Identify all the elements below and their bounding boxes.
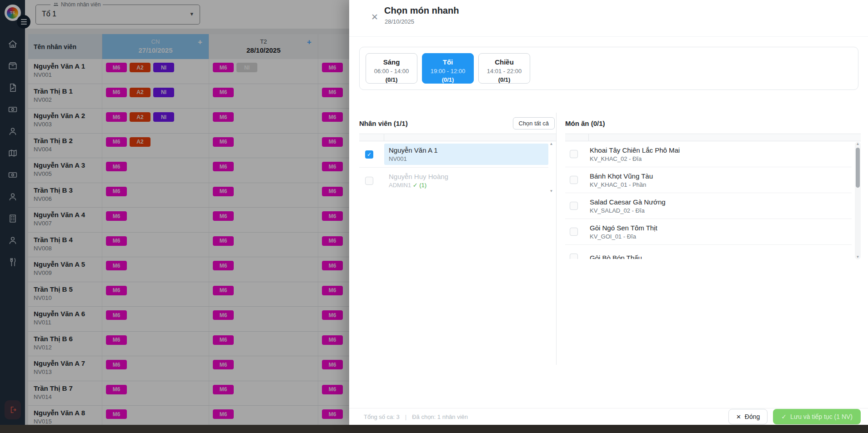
dish-list-item[interactable]: Bánh Khọt Vũng Tàu KV_KHAC_01 - Phần	[565, 167, 852, 193]
scrollbar-thumb[interactable]	[856, 148, 860, 188]
employee-list-item[interactable]: ✓ Nguyễn Văn A 1 NV001	[359, 141, 548, 167]
close-modal-icon[interactable]: ✕	[371, 12, 378, 22]
shift-name: Tối	[422, 58, 473, 66]
shift-time: 19:00 - 12:00	[422, 68, 473, 75]
employees-panel: Nhân viên (1/1) Chọn tất cả ✓ Nguyễn Văn…	[359, 113, 557, 365]
dish-name: Gỏi Bò Bóp Thấu	[590, 254, 642, 259]
employee-code: ADMIN1 ✓ (1)	[389, 182, 544, 189]
footer-divider: |	[405, 413, 406, 420]
dish-name: Salad Caesar Gà Nướng	[590, 198, 666, 206]
dish-list-item[interactable]: Khoai Tây Chiên Lắc Phô Mai KV_KHAC_02 -…	[565, 141, 852, 167]
save-continue-button[interactable]: ✓ Lưu và tiếp tục (1 NV)	[773, 409, 861, 424]
dishes-scrollbar[interactable]: ▲ ▼	[855, 142, 861, 259]
shift-count: (0/1)	[366, 76, 417, 83]
dish-code: KV_KHAC_01 - Phần	[590, 181, 653, 188]
shift-card-chieu[interactable]: Chiều 14:01 - 22:00 (0/1)	[478, 53, 530, 84]
scroll-down-icon[interactable]: ▼	[856, 255, 860, 259]
dish-name: Khoai Tây Chiên Lắc Phô Mai	[590, 146, 680, 154]
dishes-list-header	[565, 134, 861, 141]
dish-list-item[interactable]: Salad Caesar Gà Nướng KV_SALAD_02 - Đĩa	[565, 193, 852, 219]
employees-title: Nhân viên (1/1)	[359, 119, 408, 127]
quick-dish-modal: ✕ Chọn món nhanh 28/10/2025 Sáng 06:00 -…	[349, 0, 868, 425]
dish-code: KV_KHAC_02 - Đĩa	[590, 155, 680, 162]
selection-panels: Nhân viên (1/1) Chọn tất cả ✓ Nguyễn Văn…	[359, 113, 861, 365]
shift-count: (0/1)	[422, 76, 473, 83]
employee-name: Nguyễn Văn A 1	[389, 146, 544, 154]
check-icon: ✓	[781, 413, 787, 420]
dish-list-item[interactable]: Gỏi Bò Bóp Thấu	[565, 245, 852, 259]
employees-list-header	[359, 134, 556, 141]
employee-checkbox[interactable]: ✓	[365, 150, 373, 159]
bottom-bar	[0, 425, 868, 433]
dish-list-item[interactable]: Gỏi Ngó Sen Tôm Thịt KV_GOI_01 - Đĩa	[565, 219, 852, 245]
modal-backdrop[interactable]	[0, 0, 349, 433]
shift-name: Chiều	[479, 58, 530, 66]
scroll-down-icon[interactable]: ▼	[550, 189, 553, 194]
shift-card-sang[interactable]: Sáng 06:00 - 14:00 (0/1)	[366, 53, 417, 84]
selected-count-label: Đã chọn: 1 nhân viên	[412, 413, 468, 420]
close-icon: ✕	[736, 413, 741, 420]
employee-checkbox[interactable]	[365, 177, 373, 185]
dish-checkbox[interactable]	[570, 228, 578, 236]
shift-time: 14:01 - 22:00	[479, 68, 530, 75]
shift-card-toi[interactable]: Tối 19:00 - 12:00 (0/1)	[422, 53, 474, 84]
modal-footer: Tổng số ca: 3 | Đã chọn: 1 nhân viên ✕ Đ…	[349, 408, 868, 425]
employee-name: Nguyễn Huy Hoàng	[389, 173, 544, 180]
shift-count: (0/1)	[479, 76, 530, 83]
employees-list: ✓ Nguyễn Văn A 1 NV001 Nguyễn Huy Hoàng …	[359, 141, 548, 194]
dish-checkbox[interactable]	[570, 150, 578, 158]
dish-checkbox[interactable]	[570, 202, 578, 210]
dish-code: KV_GOI_01 - Đĩa	[590, 233, 657, 240]
modal-title: Chọn món nhanh	[384, 5, 459, 16]
shift-selector: Sáng 06:00 - 14:00 (0/1) Tối 19:00 - 12:…	[359, 47, 858, 90]
screen: TS Nhóm nhân viên Tổ 1 ▾	[0, 0, 868, 433]
dishes-list: Khoai Tây Chiên Lắc Phô Mai KV_KHAC_02 -…	[565, 141, 852, 259]
employee-code: NV001	[389, 155, 544, 162]
total-shifts-label: Tổng số ca: 3	[364, 413, 400, 420]
scroll-up-icon[interactable]: ▲	[550, 142, 553, 146]
shift-time: 06:00 - 14:00	[366, 68, 417, 75]
modal-date: 28/10/2025	[385, 18, 414, 25]
header-divider	[349, 36, 868, 37]
dish-checkbox[interactable]	[570, 176, 578, 184]
dish-code: KV_SALAD_02 - Đĩa	[590, 207, 666, 214]
dishes-panel: Món ăn (0/1) Khoai Tây Chiên Lắc Phô Mai…	[557, 113, 861, 365]
dish-checkbox[interactable]	[570, 254, 578, 259]
select-all-button[interactable]: Chọn tất cả	[513, 117, 555, 129]
dish-name: Bánh Khọt Vũng Tàu	[590, 172, 653, 180]
scroll-up-icon[interactable]: ▲	[856, 142, 860, 146]
dishes-title: Món ăn (0/1)	[565, 119, 605, 127]
close-button[interactable]: ✕ Đóng	[728, 409, 768, 424]
shift-name: Sáng	[366, 58, 417, 66]
employees-scrollbar[interactable]: ▲ ▼	[548, 142, 554, 194]
dish-name: Gỏi Ngó Sen Tôm Thịt	[590, 224, 657, 232]
employee-list-item[interactable]: Nguyễn Huy Hoàng ADMIN1 ✓ (1)	[359, 167, 548, 194]
assigned-check-badge: ✓ (1)	[413, 182, 426, 189]
